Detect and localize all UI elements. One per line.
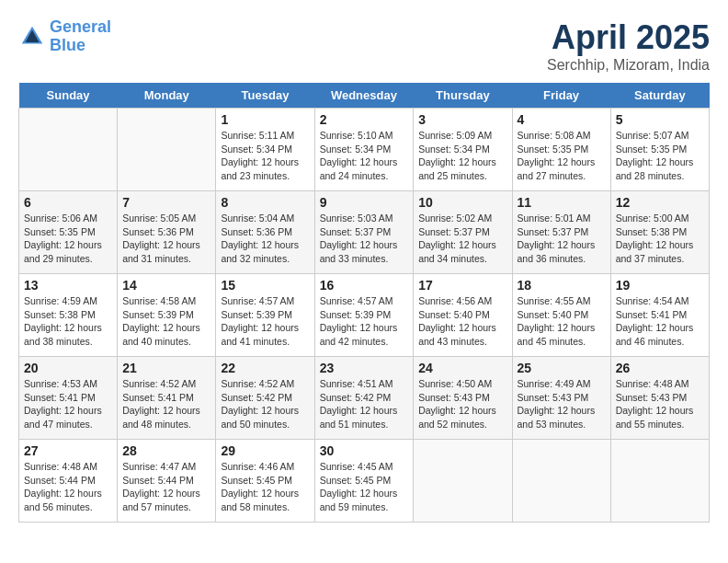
cell-content: Sunrise: 4:48 AMSunset: 5:43 PMDaylight:… (616, 377, 704, 431)
calendar-cell: 18Sunrise: 4:55 AMSunset: 5:40 PMDayligh… (512, 274, 610, 357)
cell-content: Sunrise: 4:58 AMSunset: 5:39 PMDaylight:… (122, 294, 210, 349)
calendar-cell: 14Sunrise: 4:58 AMSunset: 5:39 PMDayligh… (118, 274, 216, 357)
calendar-cell: 20Sunrise: 4:53 AMSunset: 5:41 PMDayligh… (19, 357, 118, 440)
logo-icon (18, 23, 46, 51)
calendar-cell (118, 109, 216, 191)
calendar-cell: 8Sunrise: 5:04 AMSunset: 5:36 PMDaylight… (216, 191, 314, 274)
calendar-table: SundayMondayTuesdayWednesdayThursdayFrid… (18, 83, 710, 523)
calendar-cell: 1Sunrise: 5:11 AMSunset: 5:34 PMDaylight… (216, 109, 314, 191)
date-number: 17 (418, 278, 506, 293)
date-number: 2 (320, 112, 409, 127)
col-header-thursday: Thursday (414, 83, 512, 109)
logo-line2: Blue (50, 36, 85, 54)
calendar-cell: 10Sunrise: 5:02 AMSunset: 5:37 PMDayligh… (414, 191, 512, 274)
week-row-4: 20Sunrise: 4:53 AMSunset: 5:41 PMDayligh… (19, 357, 710, 440)
calendar-cell (414, 440, 512, 523)
date-number: 24 (418, 361, 506, 375)
calendar-cell: 19Sunrise: 4:54 AMSunset: 5:41 PMDayligh… (610, 274, 709, 357)
col-header-tuesday: Tuesday (216, 83, 314, 109)
subtitle: Serchhip, Mizoram, India (547, 57, 710, 74)
calendar-cell (19, 109, 118, 191)
week-row-1: 1Sunrise: 5:11 AMSunset: 5:34 PMDaylight… (19, 109, 710, 191)
cell-content: Sunrise: 4:59 AMSunset: 5:38 PMDaylight:… (24, 294, 112, 349)
logo-text: General Blue (50, 18, 111, 55)
date-number: 22 (221, 361, 309, 375)
date-number: 12 (616, 195, 704, 210)
calendar-cell: 7Sunrise: 5:05 AMSunset: 5:36 PMDaylight… (118, 191, 216, 274)
date-number: 27 (24, 443, 112, 458)
date-number: 1 (221, 112, 309, 127)
cell-content: Sunrise: 5:00 AMSunset: 5:38 PMDaylight:… (616, 212, 704, 266)
date-number: 10 (418, 195, 506, 210)
date-number: 5 (616, 112, 704, 127)
cell-content: Sunrise: 5:09 AMSunset: 5:34 PMDaylight:… (418, 129, 506, 183)
date-number: 18 (518, 278, 606, 293)
calendar-cell: 2Sunrise: 5:10 AMSunset: 5:34 PMDaylight… (314, 109, 414, 191)
date-number: 19 (616, 278, 704, 293)
page-header: General Blue April 2025 Serchhip, Mizora… (18, 18, 710, 74)
date-number: 15 (221, 278, 309, 293)
cell-content: Sunrise: 4:45 AMSunset: 5:45 PMDaylight:… (320, 460, 409, 514)
calendar-cell: 11Sunrise: 5:01 AMSunset: 5:37 PMDayligh… (512, 191, 610, 274)
date-number: 4 (518, 112, 606, 127)
cell-content: Sunrise: 4:46 AMSunset: 5:45 PMDaylight:… (221, 460, 309, 514)
date-number: 8 (221, 195, 309, 210)
calendar-cell: 6Sunrise: 5:06 AMSunset: 5:35 PMDaylight… (19, 191, 118, 274)
col-header-sunday: Sunday (19, 83, 118, 109)
cell-content: Sunrise: 4:52 AMSunset: 5:41 PMDaylight:… (122, 377, 210, 431)
calendar-cell: 16Sunrise: 4:57 AMSunset: 5:39 PMDayligh… (314, 274, 414, 357)
calendar-cell: 25Sunrise: 4:49 AMSunset: 5:43 PMDayligh… (512, 357, 610, 440)
logo-line1: General (50, 17, 111, 36)
date-number: 29 (221, 443, 309, 458)
calendar-cell: 3Sunrise: 5:09 AMSunset: 5:34 PMDaylight… (414, 109, 512, 191)
date-number: 23 (320, 361, 409, 375)
calendar-cell: 5Sunrise: 5:07 AMSunset: 5:35 PMDaylight… (610, 109, 709, 191)
col-header-wednesday: Wednesday (314, 83, 414, 109)
cell-content: Sunrise: 4:52 AMSunset: 5:42 PMDaylight:… (221, 377, 309, 431)
calendar-cell: 12Sunrise: 5:00 AMSunset: 5:38 PMDayligh… (610, 191, 709, 274)
cell-content: Sunrise: 5:01 AMSunset: 5:37 PMDaylight:… (518, 212, 606, 266)
title-section: April 2025 Serchhip, Mizoram, India (547, 18, 710, 74)
week-row-2: 6Sunrise: 5:06 AMSunset: 5:35 PMDaylight… (19, 191, 710, 274)
calendar-cell: 4Sunrise: 5:08 AMSunset: 5:35 PMDaylight… (512, 109, 610, 191)
calendar-cell: 15Sunrise: 4:57 AMSunset: 5:39 PMDayligh… (216, 274, 314, 357)
calendar-cell: 21Sunrise: 4:52 AMSunset: 5:41 PMDayligh… (118, 357, 216, 440)
calendar-cell: 24Sunrise: 4:50 AMSunset: 5:43 PMDayligh… (414, 357, 512, 440)
date-number: 20 (24, 361, 112, 375)
cell-content: Sunrise: 5:03 AMSunset: 5:37 PMDaylight:… (320, 212, 409, 266)
cell-content: Sunrise: 4:55 AMSunset: 5:40 PMDaylight:… (518, 294, 606, 349)
cell-content: Sunrise: 5:10 AMSunset: 5:34 PMDaylight:… (320, 129, 409, 183)
calendar-cell (610, 440, 709, 523)
calendar-cell: 30Sunrise: 4:45 AMSunset: 5:45 PMDayligh… (314, 440, 414, 523)
cell-content: Sunrise: 4:54 AMSunset: 5:41 PMDaylight:… (616, 294, 704, 349)
date-number: 25 (518, 361, 606, 375)
col-header-friday: Friday (512, 83, 610, 109)
date-number: 30 (320, 443, 409, 458)
date-number: 16 (320, 278, 409, 293)
cell-content: Sunrise: 5:11 AMSunset: 5:34 PMDaylight:… (221, 129, 309, 183)
cell-content: Sunrise: 4:51 AMSunset: 5:42 PMDaylight:… (320, 377, 409, 431)
col-header-monday: Monday (118, 83, 216, 109)
calendar-cell: 22Sunrise: 4:52 AMSunset: 5:42 PMDayligh… (216, 357, 314, 440)
cell-content: Sunrise: 4:56 AMSunset: 5:40 PMDaylight:… (418, 294, 506, 349)
main-title: April 2025 (547, 18, 710, 57)
week-row-5: 27Sunrise: 4:48 AMSunset: 5:44 PMDayligh… (19, 440, 710, 523)
date-number: 28 (122, 443, 210, 458)
cell-content: Sunrise: 4:48 AMSunset: 5:44 PMDaylight:… (24, 460, 112, 514)
date-number: 14 (122, 278, 210, 293)
calendar-cell (512, 440, 610, 523)
calendar-cell: 26Sunrise: 4:48 AMSunset: 5:43 PMDayligh… (610, 357, 709, 440)
cell-content: Sunrise: 5:05 AMSunset: 5:36 PMDaylight:… (122, 212, 210, 266)
cell-content: Sunrise: 5:07 AMSunset: 5:35 PMDaylight:… (616, 129, 704, 183)
cell-content: Sunrise: 4:53 AMSunset: 5:41 PMDaylight:… (24, 377, 112, 431)
date-number: 13 (24, 278, 112, 293)
col-header-saturday: Saturday (610, 83, 709, 109)
calendar-cell: 29Sunrise: 4:46 AMSunset: 5:45 PMDayligh… (216, 440, 314, 523)
logo: General Blue (18, 18, 111, 55)
header-row: SundayMondayTuesdayWednesdayThursdayFrid… (19, 83, 710, 109)
cell-content: Sunrise: 4:47 AMSunset: 5:44 PMDaylight:… (122, 460, 210, 514)
date-number: 9 (320, 195, 409, 210)
date-number: 7 (122, 195, 210, 210)
date-number: 11 (518, 195, 606, 210)
calendar-cell: 23Sunrise: 4:51 AMSunset: 5:42 PMDayligh… (314, 357, 414, 440)
